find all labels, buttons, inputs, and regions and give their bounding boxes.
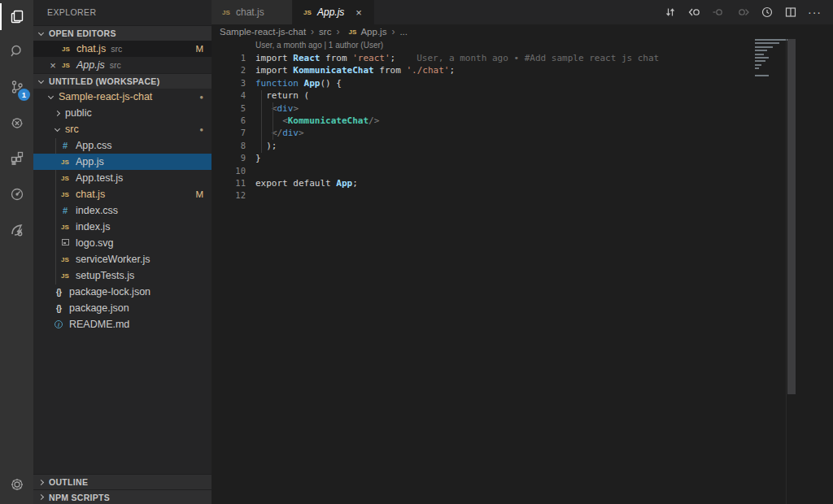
code-line[interactable]: 11export default App;	[212, 177, 833, 189]
breadcrumb-separator: ›	[311, 26, 314, 37]
minimap-line	[755, 60, 765, 62]
css-file-icon: #	[59, 141, 72, 150]
open-editor-path: src	[111, 44, 122, 54]
code-line[interactable]: 4 return (	[212, 89, 833, 102]
line-number: 3	[212, 77, 246, 89]
search-icon[interactable]	[0, 33, 33, 69]
tree-item-public[interactable]: public	[33, 105, 212, 121]
open-editor-label: App.js	[76, 59, 105, 71]
workspace-header[interactable]: UNTITLED (WORKSPACE)	[33, 73, 212, 89]
tab-chat-js[interactable]: JS chat.js	[212, 0, 293, 24]
code-text: <KommunicateChat/>	[246, 115, 379, 127]
scrollbar-slider[interactable]	[787, 39, 796, 394]
code-line[interactable]: 8 );	[212, 140, 833, 152]
tree-item-package-json[interactable]: {}package.json	[33, 300, 212, 316]
open-changes-icon[interactable]	[664, 6, 677, 19]
code-text	[246, 165, 255, 177]
split-editor-icon[interactable]	[784, 6, 797, 19]
tree-item-label: package-lock.json	[69, 286, 150, 298]
code-text: </div>	[246, 127, 304, 139]
minimap[interactable]	[755, 39, 796, 78]
npm-scripts-header[interactable]: NPM SCRIPTS	[33, 489, 212, 504]
js-file-icon: JS	[346, 28, 359, 36]
code-text: import React from 'react';User, a month …	[246, 52, 659, 64]
tree-item-label: logo.svg	[76, 237, 114, 249]
code-editor[interactable]: User, a month ago | 1 author (User) 1imp…	[212, 39, 833, 504]
tree-item-package-lock-json[interactable]: {}package-lock.json	[33, 284, 212, 300]
json-file-icon: {}	[52, 288, 65, 297]
tree-item-index-css[interactable]: #index.css	[33, 202, 212, 219]
code-line[interactable]: 7 </div>	[212, 127, 833, 139]
tree-item-label: chat.js	[76, 189, 105, 200]
outline-header[interactable]: OUTLINE	[33, 474, 212, 489]
tab-bar: JS chat.js JS App.js ×	[212, 0, 833, 24]
js-file-icon: JS	[59, 224, 72, 231]
tree-item-setuptests-js[interactable]: JSsetupTests.js	[33, 267, 212, 284]
open-editor-item[interactable]: JSchat.jssrcM	[33, 41, 212, 57]
open-editors-header[interactable]: OPEN EDITORS	[33, 25, 212, 41]
tree-item-index-js[interactable]: JSindex.js	[33, 219, 212, 235]
git-folder-dot-badge: ●	[199, 126, 203, 133]
gitlens-icon[interactable]	[0, 212, 33, 248]
chevron-down-icon	[55, 125, 60, 131]
breadcrumb-folder[interactable]: Sample-react-js-chat	[220, 27, 306, 37]
line-number: 9	[212, 152, 246, 164]
explorer-icon[interactable]	[0, 0, 33, 33]
tree-item-label: Sample-react-js-chat	[59, 91, 152, 102]
next-change-icon[interactable]	[736, 6, 750, 19]
code-line[interactable]: 1import React from 'react';User, a month…	[212, 52, 833, 64]
breadcrumb-symbol[interactable]: ...	[399, 27, 408, 37]
more-actions-icon[interactable]: ···	[808, 6, 822, 19]
source-control-icon[interactable]: 1	[0, 69, 33, 105]
js-file-icon: JS	[59, 46, 72, 53]
tree-item-sample-react-js-chat[interactable]: Sample-react-js-chat●	[33, 89, 212, 105]
extensions-icon[interactable]	[0, 141, 33, 176]
code-line[interactable]: 5 <div>	[212, 102, 833, 115]
code-line[interactable]: 10	[212, 165, 833, 177]
chevron-right-icon	[38, 479, 44, 484]
file-history-icon[interactable]	[761, 6, 774, 19]
breadcrumb-file[interactable]: App.js	[360, 27, 386, 37]
open-editors-list: JSchat.jssrcM×JSApp.jssrc	[33, 41, 212, 73]
tree-item-label: App.js	[76, 156, 104, 167]
breadcrumb-separator: ›	[391, 26, 395, 37]
codelens-annotation[interactable]: User, a month ago | 1 author (User)	[212, 39, 833, 52]
open-editor-item[interactable]: ×JSApp.jssrc	[33, 57, 212, 73]
tree-item-app-css[interactable]: #App.css	[33, 137, 212, 154]
chevron-down-icon	[48, 93, 54, 98]
indent-guide	[261, 90, 262, 153]
tab-app-js[interactable]: JS App.js ×	[293, 0, 374, 24]
tree-item-app-js[interactable]: JSApp.js	[33, 154, 212, 170]
code-line[interactable]: 9}	[212, 152, 833, 164]
open-editor-label: chat.js	[76, 43, 106, 54]
code-line[interactable]: 2import KommunicateChat from './chat';	[212, 64, 833, 76]
code-text: import KommunicateChat from './chat';	[246, 64, 455, 76]
minimap-line	[755, 50, 767, 51]
prev-revision-icon[interactable]	[687, 6, 701, 19]
tree-item-label: README.md	[69, 319, 129, 330]
previous-change-icon[interactable]	[712, 6, 726, 19]
breadcrumb-folder[interactable]: src	[319, 27, 331, 37]
js-file-icon: JS	[220, 9, 233, 16]
git-modified-badge: M	[195, 189, 203, 199]
code-line[interactable]: 6 <KommunicateChat/>	[212, 115, 833, 127]
code-lines: 1import React from 'react';User, a month…	[212, 52, 833, 202]
code-line[interactable]: 12	[212, 189, 833, 202]
close-tab-icon[interactable]: ×	[355, 7, 362, 19]
tree-item-src[interactable]: src●	[33, 121, 212, 137]
line-number: 11	[212, 177, 246, 189]
scm-badge: 1	[18, 89, 30, 101]
manage-gear-icon[interactable]	[0, 467, 33, 502]
tree-item-chat-js[interactable]: JSchat.jsM	[33, 186, 212, 202]
tree-item-logo-svg[interactable]: logo.svg	[33, 235, 212, 251]
code-text: return (	[246, 89, 309, 102]
tree-item-readme-md[interactable]: iREADME.md	[33, 316, 212, 332]
clock-icon[interactable]	[0, 176, 33, 212]
tree-item-app-test-js[interactable]: JSApp.test.js	[33, 170, 212, 186]
open-editor-path: src	[110, 60, 121, 70]
line-number: 7	[212, 127, 246, 139]
close-editor-icon[interactable]: ×	[46, 59, 59, 72]
code-line[interactable]: 3function App() {	[212, 77, 833, 89]
tree-item-serviceworker-js[interactable]: JSserviceWorker.js	[33, 251, 212, 267]
run-debug-icon[interactable]	[0, 105, 33, 141]
